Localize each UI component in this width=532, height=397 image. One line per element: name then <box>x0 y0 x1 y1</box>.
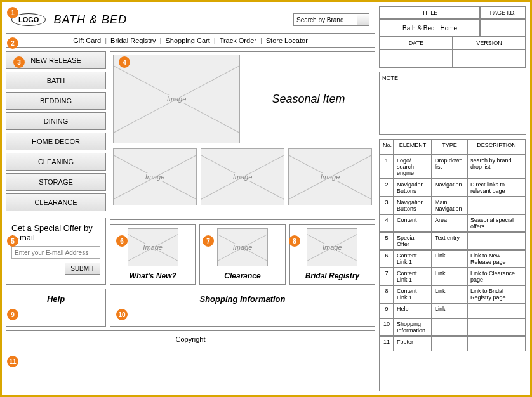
spec-description: search by brand drop list <box>467 155 526 179</box>
help-box[interactable]: Help <box>6 289 106 327</box>
spec-element: Content <box>394 214 432 232</box>
spec-description <box>467 232 526 250</box>
annotation-8: 8 <box>289 235 300 247</box>
cat-bedding[interactable]: BEDDING <box>6 92 106 110</box>
spec-description: Link to Bridal Registry page <box>467 285 526 303</box>
search-by-brand-dropdown[interactable]: Search by Brand <box>293 13 369 26</box>
spec-element: Shopping Information <box>394 318 432 336</box>
spec-type: Link <box>432 285 467 303</box>
spec-element: Special Offer <box>394 232 432 250</box>
top-nav: Gift Card| Bridal Registry| Shopping Car… <box>6 34 375 48</box>
spec-type: Link <box>432 303 467 318</box>
spec-row: 2Navigation ButtonsNavigationDirect link… <box>380 179 526 197</box>
spec-description: Link to New Release page <box>467 250 526 268</box>
spec-element: Navigation Buttons <box>394 179 432 197</box>
spec-row: 9HelpLink <box>380 303 526 318</box>
spec-no: 9 <box>380 303 394 318</box>
cat-dining[interactable]: DINING <box>6 112 106 130</box>
spec-head-element: ELEMENT <box>394 140 432 155</box>
spec-description: Link to Clearance page <box>467 268 526 285</box>
spec-no: 3 <box>380 197 394 214</box>
nav-gift-card[interactable]: Gift Card <box>73 37 101 44</box>
spec-element: Content Link 1 <box>394 285 432 303</box>
cat-clearance[interactable]: CLEARANCE <box>6 193 106 211</box>
spec-type: Main Navigation <box>432 197 467 214</box>
cat-bath[interactable]: BATH <box>6 72 106 89</box>
header: LOGO BATH & BED Search by Brand <box>6 6 375 34</box>
card-caption: Clearance <box>224 271 260 280</box>
spec-no: 6 <box>380 250 394 268</box>
annotation-5: 5 <box>7 235 18 247</box>
offer-title: Get a Special Offer by E-mail <box>11 223 100 242</box>
spec-type <box>432 336 467 351</box>
note-box: NOTE <box>379 72 526 135</box>
thumb-image: Image <box>288 148 372 205</box>
spec-row: 5Special OfferText entry <box>380 232 526 250</box>
spec-row: 6Content Link 1LinkLink to New Release p… <box>380 250 526 268</box>
card-whats-new[interactable]: Image What's New? <box>110 224 196 285</box>
site-title: BATH & BED <box>53 13 127 27</box>
spec-type: Text entry <box>432 232 467 250</box>
seasonal-item-label: Seasonal Item <box>245 93 372 106</box>
spec-row: 10Shopping Information <box>380 318 526 336</box>
annotation-2: 2 <box>7 37 18 49</box>
spec-row: 1Logo/ search engineDrop down listsearch… <box>380 155 526 179</box>
email-field[interactable] <box>11 246 100 259</box>
spec-no: 1 <box>380 155 394 179</box>
cat-home-decor[interactable]: HOME DECOR <box>6 133 106 150</box>
spec-element: Logo/ search engine <box>394 155 432 179</box>
nav-track-order[interactable]: Track Order <box>220 37 256 44</box>
spec-description: Direct links to relevant page <box>467 179 526 197</box>
card-image: Image <box>217 228 268 266</box>
thumb-image: Image <box>113 148 197 205</box>
category-sidebar: NEW RELEASE BATH BEDDING DINING HOME DEC… <box>6 51 106 285</box>
spec-element: Navigation Buttons <box>394 197 432 214</box>
card-image: Image <box>307 228 357 266</box>
annotation-3: 3 <box>13 56 25 68</box>
meta-title-head: TITLE <box>380 6 480 19</box>
spec-description <box>467 197 526 214</box>
card-bridal-registry[interactable]: Image Bridal Registry <box>289 224 375 285</box>
annotation-4: 4 <box>119 56 130 68</box>
meta-version-head: VERSION <box>453 37 526 49</box>
spec-no: 8 <box>380 285 394 303</box>
nav-store-locator[interactable]: Store Locator <box>266 37 308 44</box>
thumb-image: Image <box>201 148 284 205</box>
annotation-6: 6 <box>116 235 128 247</box>
card-caption: Bridal Registry <box>305 271 359 280</box>
submit-button[interactable]: SUBMIT <box>65 263 100 275</box>
nav-shopping-cart[interactable]: Shopping Cart <box>165 37 209 44</box>
meta-date-value <box>380 49 453 67</box>
card-clearance[interactable]: Image Clearance <box>199 224 285 285</box>
spec-type: Area <box>432 214 467 232</box>
spec-type <box>432 318 467 336</box>
meta-title-table: TITLE PAGE I.D. Bath & Bed - Home DATE V… <box>379 6 526 68</box>
cat-cleaning[interactable]: CLEANING <box>6 153 106 171</box>
annotation-11: 11 <box>7 356 18 367</box>
spec-head-no: No. <box>380 140 394 155</box>
spec-row: 4ContentAreaSeasonal special offers <box>380 214 526 232</box>
meta-version-value <box>453 49 526 67</box>
search-placeholder: Search by Brand <box>296 16 344 23</box>
spec-no: 4 <box>380 214 394 232</box>
spec-no: 7 <box>380 268 394 285</box>
card-caption: What's New? <box>130 271 176 280</box>
spec-row: 8Content Link 1LinkLink to Bridal Regist… <box>380 285 526 303</box>
spec-type: Navigation <box>432 179 467 197</box>
spec-element: Content Link 1 <box>394 250 432 268</box>
shopping-information-box[interactable]: Shopping Information <box>110 289 375 327</box>
spec-no: 10 <box>380 318 394 336</box>
nav-bridal-registry[interactable]: Bridal Registry <box>110 37 156 44</box>
spec-row: 11Footer <box>380 336 526 351</box>
annotation-1: 1 <box>7 7 18 18</box>
meta-pageid-value <box>480 19 526 37</box>
footer: Copyright <box>6 330 375 348</box>
chevron-down-icon <box>361 18 366 21</box>
spec-description <box>467 318 526 336</box>
spec-type: Link <box>432 250 467 268</box>
hero-image: Image <box>113 55 240 143</box>
annotation-7: 7 <box>203 235 214 247</box>
cat-storage[interactable]: STORAGE <box>6 173 106 191</box>
meta-pageid-head: PAGE I.D. <box>480 6 526 19</box>
spec-row: 7Content Link 1LinkLink to Clearance pag… <box>380 268 526 285</box>
